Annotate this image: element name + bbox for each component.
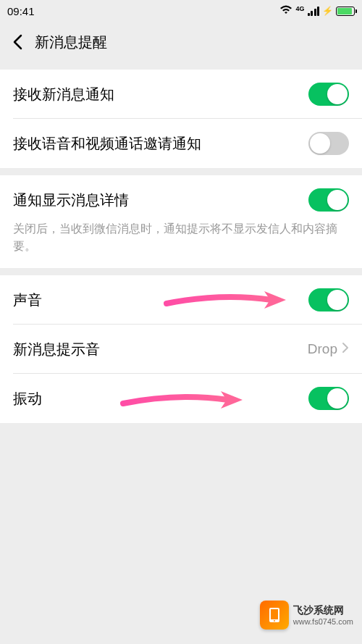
toggle-receive-new-msg[interactable] [308,83,349,106]
setting-sound[interactable]: 声音 [0,275,362,325]
setting-show-detail[interactable]: 通知显示消息详情 [0,175,362,220]
setting-label: 新消息提示音 [13,340,100,359]
toggle-receive-voice-video[interactable] [308,132,349,155]
status-time: 09:41 [7,5,35,17]
svg-point-2 [274,620,275,622]
svg-rect-1 [271,609,278,619]
setting-label: 接收新消息通知 [13,85,114,104]
setting-description: 关闭后，当收到微信消息时，通知提示将不显示发信人和内容摘要。 [0,220,362,268]
charging-icon: ⚡ [322,6,333,16]
setting-ringtone[interactable]: 新消息提示音 Drop [0,325,362,374]
page-title: 新消息提醒 [35,33,107,52]
status-bar: 09:41 4G ⚡ [0,0,362,22]
setting-vibrate[interactable]: 振动 [0,374,362,423]
setting-label: 声音 [13,290,42,310]
nav-bar: 新消息提醒 [0,22,362,62]
wifi-icon [279,5,292,17]
settings-group-sound: 声音 新消息提示音 Drop 振动 [0,275,362,423]
back-button[interactable] [9,33,26,51]
setting-value: Drop [308,341,337,357]
setting-label: 通知显示消息详情 [13,191,129,210]
watermark: 飞沙系统网 www.fs0745.com [260,601,353,630]
battery-icon [336,7,355,16]
signal-icon [308,7,320,16]
setting-label: 接收语音和视频通话邀请通知 [13,134,201,154]
toggle-show-detail[interactable] [308,188,349,212]
watermark-url: www.fs0745.com [293,617,353,626]
toggle-vibrate[interactable] [308,387,349,410]
setting-receive-new-msg[interactable]: 接收新消息通知 [0,70,362,119]
settings-group-detail: 通知显示消息详情 关闭后，当收到微信消息时，通知提示将不显示发信人和内容摘要。 [0,175,362,268]
watermark-title: 飞沙系统网 [293,604,353,617]
setting-receive-voice-video[interactable]: 接收语音和视频通话邀请通知 [0,119,362,168]
network-label: 4G [295,6,304,12]
toggle-sound[interactable] [308,288,349,311]
chevron-right-icon [342,342,349,356]
watermark-logo-icon [260,601,289,630]
setting-label: 振动 [13,389,42,409]
settings-group-notifications: 接收新消息通知 接收语音和视频通话邀请通知 [0,70,362,168]
status-indicators: 4G ⚡ [279,5,355,17]
